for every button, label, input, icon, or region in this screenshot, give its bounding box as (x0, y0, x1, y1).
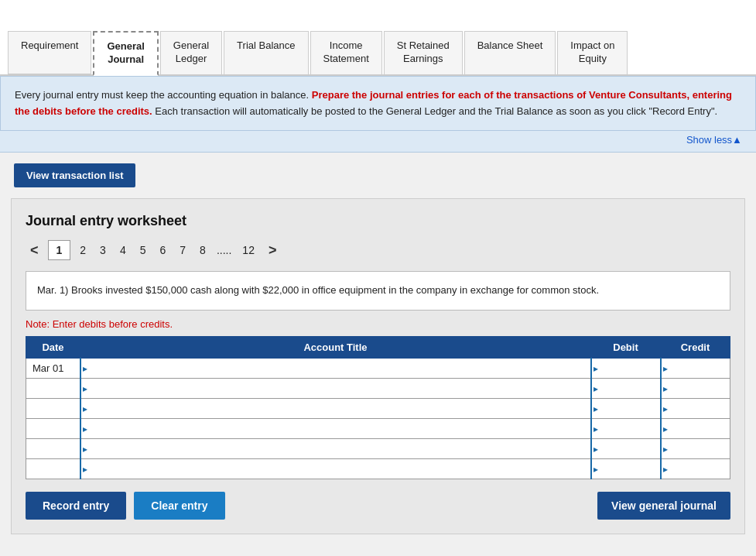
date-cell-5 (26, 439, 80, 459)
date-cell-4 (26, 419, 80, 439)
tab-income-statement[interactable]: IncomeStatement (310, 31, 382, 74)
account-cell-2[interactable]: ▸ (80, 379, 591, 399)
clear-entry-button[interactable]: Clear entry (134, 492, 224, 520)
debit-cell-1[interactable]: ▸ (591, 359, 661, 379)
tab-trial-balance[interactable]: Trial Balance (224, 31, 308, 74)
account-input-6[interactable] (81, 459, 590, 479)
table-row: ▸ ▸ ▸ (26, 459, 730, 479)
credit-input-3[interactable] (662, 399, 730, 418)
credit-cell-2[interactable]: ▸ (661, 379, 730, 399)
note-text: Note: Enter debits before credits. (26, 318, 730, 330)
journal-table: Date Account Title Debit Credit Mar 01 ▸… (26, 336, 730, 479)
date-cell-3 (26, 399, 80, 419)
credit-input-1[interactable] (662, 359, 730, 378)
table-row: ▸ ▸ ▸ (26, 379, 730, 399)
tab-impact-on-equity[interactable]: Impact onEquity (557, 31, 628, 74)
debit-cell-4[interactable]: ▸ (591, 419, 661, 439)
debit-input-1[interactable] (592, 359, 660, 378)
credit-cell-5[interactable]: ▸ (661, 439, 730, 459)
account-input-3[interactable] (81, 399, 590, 418)
bottom-buttons: Record entry Clear entry View general jo… (26, 492, 730, 520)
account-cell-6[interactable]: ▸ (80, 459, 591, 479)
credit-cell-1[interactable]: ▸ (661, 359, 730, 379)
next-page-chevron[interactable]: > (264, 241, 282, 260)
account-input-4[interactable] (81, 419, 590, 438)
col-credit: Credit (661, 337, 730, 359)
table-row: Mar 01 ▸ ▸ ▸ (26, 359, 730, 379)
credit-input-4[interactable] (662, 419, 730, 438)
date-cell-2 (26, 379, 80, 399)
date-cell-1: Mar 01 (26, 359, 80, 379)
account-cell-1[interactable]: ▸ (80, 359, 591, 379)
debit-input-5[interactable] (592, 439, 660, 458)
credit-input-6[interactable] (662, 459, 730, 479)
credit-input-5[interactable] (662, 439, 730, 458)
debit-cell-6[interactable]: ▸ (591, 459, 661, 479)
date-cell-6 (26, 459, 80, 479)
table-row: ▸ ▸ ▸ (26, 439, 730, 459)
debit-cell-2[interactable]: ▸ (591, 379, 661, 399)
page-7[interactable]: 7 (175, 241, 190, 259)
credit-cell-6[interactable]: ▸ (661, 459, 730, 479)
description-box: Mar. 1) Brooks invested $150,000 cash al… (26, 271, 730, 311)
account-cell-4[interactable]: ▸ (80, 419, 591, 439)
page-2[interactable]: 2 (75, 241, 91, 259)
account-input-2[interactable] (81, 379, 590, 398)
page-nav: < 1 2 3 4 5 6 7 8 ..... 12 > (26, 240, 730, 260)
account-input-5[interactable] (81, 439, 590, 458)
info-box: Every journal entry must keep the accoun… (0, 76, 756, 132)
col-account-title: Account Title (80, 337, 591, 359)
tab-general-journal[interactable]: GeneralJournal (93, 31, 158, 76)
page-12[interactable]: 12 (238, 241, 259, 259)
credit-cell-3[interactable]: ▸ (661, 399, 730, 419)
credit-input-2[interactable] (662, 379, 730, 398)
page-5[interactable]: 5 (135, 241, 151, 259)
col-date: Date (26, 337, 80, 359)
tab-balance-sheet[interactable]: Balance Sheet (464, 31, 556, 74)
view-transaction-list-button[interactable]: View transaction list (14, 163, 135, 187)
prev-page-chevron[interactable]: < (26, 241, 43, 260)
page-dots: ..... (215, 241, 233, 259)
page-1[interactable]: 1 (48, 240, 71, 260)
debit-input-6[interactable] (592, 459, 660, 479)
debit-input-3[interactable] (592, 399, 660, 418)
tab-requirement[interactable]: Requirement (8, 31, 91, 74)
page-4[interactable]: 4 (115, 241, 131, 259)
page-8[interactable]: 8 (195, 241, 210, 259)
tabs-bar: Requirement GeneralJournal GeneralLedger… (0, 0, 756, 76)
table-row: ▸ ▸ ▸ (26, 419, 730, 439)
transaction-btn-area: View transaction list (0, 153, 756, 198)
record-entry-button[interactable]: Record entry (26, 492, 126, 520)
account-input-1[interactable] (81, 359, 590, 378)
credit-cell-4[interactable]: ▸ (661, 419, 730, 439)
page-6[interactable]: 6 (156, 241, 171, 259)
tab-st-retained-earnings[interactable]: St RetainedEarnings (384, 31, 463, 74)
debit-input-4[interactable] (592, 419, 660, 438)
debit-cell-5[interactable]: ▸ (591, 439, 661, 459)
debit-input-2[interactable] (592, 379, 660, 398)
page-3[interactable]: 3 (95, 241, 111, 259)
worksheet-title: Journal entry worksheet (26, 213, 730, 229)
worksheet-container: Journal entry worksheet < 1 2 3 4 5 6 7 … (11, 198, 745, 534)
show-less-bar: Show less▲ (0, 131, 756, 153)
debit-cell-3[interactable]: ▸ (591, 399, 661, 419)
tab-general-ledger[interactable]: GeneralLedger (160, 31, 222, 74)
account-cell-3[interactable]: ▸ (80, 399, 591, 419)
show-less-link[interactable]: Show less▲ (686, 134, 742, 146)
account-cell-5[interactable]: ▸ (80, 439, 591, 459)
col-debit: Debit (591, 337, 661, 359)
view-general-journal-button[interactable]: View general journal (597, 492, 730, 520)
table-row: ▸ ▸ ▸ (26, 399, 730, 419)
